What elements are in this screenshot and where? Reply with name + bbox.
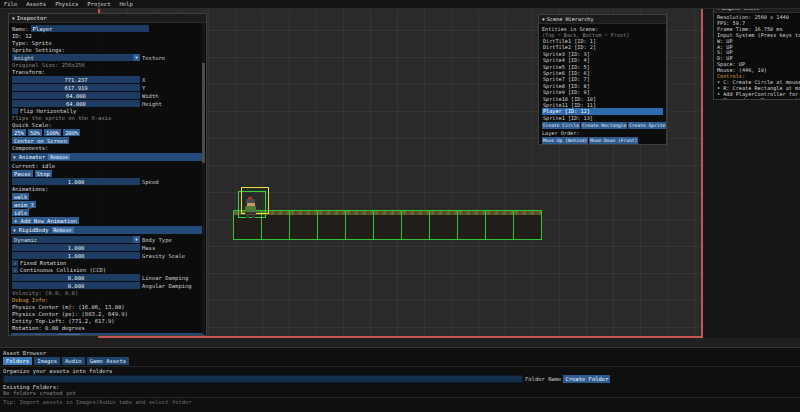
dirt-tile[interactable] [485, 210, 514, 240]
tab-game-assets[interactable]: Game Assets [87, 357, 129, 365]
collapse-arrow-icon[interactable]: ▼ [12, 16, 15, 21]
height-input[interactable]: 64.000 [12, 100, 140, 107]
dirt-tile[interactable] [429, 210, 458, 240]
angular-damping-value: 0.000 [68, 283, 85, 289]
dirt-tile[interactable] [289, 210, 318, 240]
y-value: 617.919 [64, 85, 87, 91]
ccd-label: Continuous Collision (CCD) [20, 267, 106, 273]
velocity-readout: Velocity: (0.0, 0.0) [12, 290, 203, 296]
animator-remove-button[interactable]: Remove [48, 154, 70, 160]
collapse-arrow-icon[interactable]: ▼ [13, 155, 16, 160]
menu-assets[interactable]: Assets [26, 1, 46, 7]
entity-id: ID: 12 [12, 33, 203, 39]
dirt-tile[interactable] [345, 210, 374, 240]
menu-project[interactable]: Project [87, 1, 110, 7]
width-input[interactable]: 64.000 [12, 92, 140, 99]
menu-help[interactable]: Help [120, 1, 133, 7]
separator [0, 397, 800, 398]
create-circle-button[interactable]: Create Circle [542, 122, 580, 129]
flip-horizontally-checkbox[interactable] [12, 108, 18, 114]
create-folder-button[interactable]: Create Folder [563, 375, 610, 383]
boxcollider-header[interactable]: ▼ BoxCollider Remove [11, 333, 204, 336]
gravity-scale-input[interactable]: 1.000 [12, 252, 140, 259]
collapse-arrow-icon[interactable]: ▼ [13, 228, 16, 233]
panel-title: Scene Hierarchy [547, 16, 594, 22]
speed-label: Speed [142, 179, 159, 185]
scale-100-button[interactable]: 100% [44, 129, 61, 136]
texture-value: knight [14, 55, 34, 61]
mass-label: Mass [142, 245, 155, 251]
body-type-dropdown[interactable]: Dynamic ▼ [12, 236, 140, 243]
y-input[interactable]: 617.919 [12, 84, 140, 91]
x-input[interactable]: 771.237 [12, 76, 140, 83]
dirt-tile-row [233, 210, 541, 240]
quick-scale-label: Quick Scale: [12, 122, 203, 128]
rigidbody-remove-button[interactable]: Remove [52, 227, 74, 233]
speed-value: 1.000 [68, 179, 85, 185]
scale-200-button[interactable]: 200% [63, 129, 80, 136]
dirt-tile[interactable] [513, 210, 542, 240]
collapse-arrow-icon[interactable]: ▼ [542, 17, 545, 22]
scene-hierarchy-panel: ▼ Scene Hierarchy Entities in Scene: (To… [538, 14, 667, 145]
add-animation-button[interactable]: + Add New Animation [12, 217, 79, 224]
dirt-tile[interactable] [317, 210, 346, 240]
layer-order-label: Layer Order: [542, 130, 663, 136]
pause-button[interactable]: Pause [12, 170, 33, 177]
scrollbar-thumb[interactable] [202, 63, 205, 163]
organize-label: Organize your assets into folders [3, 368, 797, 374]
speed-input[interactable]: 1.000 [12, 178, 140, 185]
animation-walk-button[interactable]: walk [12, 193, 29, 200]
tab-images[interactable]: Images [34, 357, 60, 365]
entity-name-input[interactable]: Player [31, 25, 149, 32]
animation-anim3-button[interactable]: anim_3 [12, 201, 36, 208]
collapse-arrow-icon[interactable]: ▼ [13, 335, 16, 337]
tab-folders[interactable]: Folders [3, 357, 32, 365]
center-on-screen-button[interactable]: Center on Screen [12, 137, 69, 144]
boxcollider-title: BoxCollider [19, 334, 55, 336]
inspector-title-bar[interactable]: ▼ Inspector [9, 14, 206, 23]
scale-50-button[interactable]: 50% [28, 129, 42, 136]
inspector-scrollbar[interactable] [202, 23, 205, 334]
boxcollider-remove-button[interactable]: Remove [58, 334, 80, 336]
inspector-panel: ▼ Inspector Name: Player ID: 12 Type: Sp… [8, 13, 207, 336]
name-label: Name: [12, 26, 29, 32]
dirt-tile[interactable] [457, 210, 486, 240]
flip-hint: Flips the sprite on the X-axis [12, 115, 203, 121]
entity-item[interactable]: Sprite1 [ID: 13] [542, 115, 663, 121]
x-value: 771.237 [64, 77, 87, 83]
dirt-tile[interactable] [401, 210, 430, 240]
y-label: Y [142, 85, 145, 91]
move-down-button[interactable]: Move Down (Front) [589, 137, 638, 144]
dirt-tile[interactable] [373, 210, 402, 240]
folder-name-input[interactable] [3, 375, 523, 383]
menu-file[interactable]: File [4, 1, 17, 7]
width-label: Width [142, 93, 159, 99]
move-up-button[interactable]: Move Up (Behind) [542, 137, 588, 144]
animator-header[interactable]: ▼ Animator Remove [11, 153, 204, 161]
rigidbody-header[interactable]: ▼ RigidBody Remove [11, 226, 204, 234]
scale-25-button[interactable]: 25% [12, 129, 26, 136]
height-value: 64.000 [66, 101, 86, 107]
hierarchy-title-bar[interactable]: ▼ Scene Hierarchy [539, 15, 666, 24]
animation-idle-button[interactable]: idle [12, 209, 29, 216]
fixed-rotation-checkbox[interactable]: ✓ [12, 260, 18, 266]
debug-info-title: Debug Info: [12, 297, 203, 303]
linear-damping-input[interactable]: 0.000 [12, 274, 140, 281]
ccd-checkbox[interactable]: ✓ [12, 267, 18, 273]
dropdown-arrow-icon[interactable]: ▼ [133, 236, 140, 243]
transform-label: Transform: [12, 69, 203, 75]
stop-button[interactable]: Stop [35, 170, 52, 177]
tab-audio[interactable]: Audio [62, 357, 85, 365]
animator-title: Animator [19, 154, 46, 160]
create-sprite-button[interactable]: Create Sprite [628, 122, 666, 129]
rigidbody-title: RigidBody [19, 227, 49, 233]
create-rectangle-button[interactable]: Create Rectangle [581, 122, 627, 129]
mass-input[interactable]: 1.000 [12, 244, 140, 251]
components-label: Components: [12, 145, 203, 151]
texture-dropdown[interactable]: knight ▼ [12, 54, 140, 61]
player-knight-sprite[interactable] [243, 197, 259, 218]
dropdown-arrow-icon[interactable]: ▼ [133, 54, 140, 61]
angular-damping-input[interactable]: 0.000 [12, 282, 140, 289]
menu-physics[interactable]: Physics [55, 1, 78, 7]
mass-value: 1.000 [68, 245, 85, 251]
